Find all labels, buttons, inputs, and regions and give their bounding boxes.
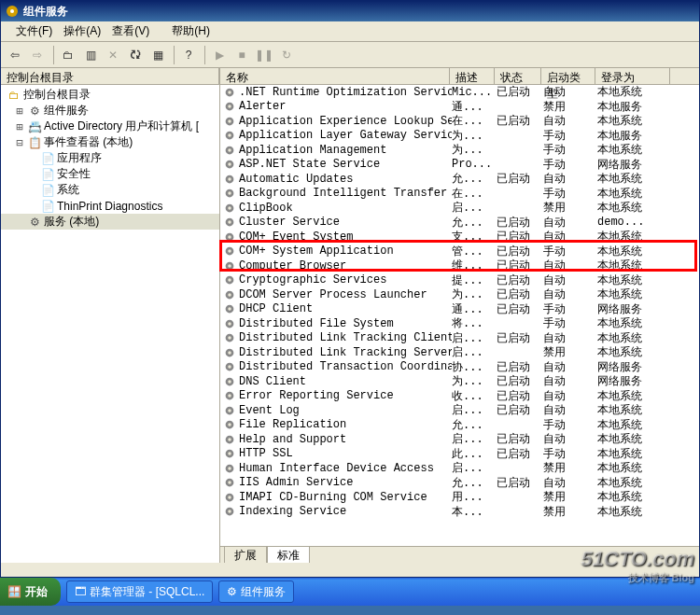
service-row[interactable]: Application Management为...手动本地系统 [220,143,699,158]
service-logon: 网络服务 [597,373,672,389]
svg-point-27 [228,250,231,254]
service-startup: 自动 [543,229,597,245]
service-row[interactable]: Distributed Link Tracking Client启...已启动自… [220,331,699,346]
expand-icon[interactable]: ⊞ [14,120,25,133]
service-name: Cryptographic Services [239,273,452,287]
service-row[interactable]: Distributed Link Tracking Server启...禁用本地… [220,345,699,360]
gear-icon [222,389,237,402]
export-button[interactable]: ▦ [147,45,168,65]
service-row[interactable]: DHCP Client通...已启动手动网络服务 [220,302,699,317]
gear-icon [222,505,237,518]
service-row[interactable]: IIS Admin Service允...已启动自动本地系统 [220,476,699,491]
tree-event-system[interactable]: 📄 系统 [1,182,219,198]
tree-root[interactable]: 🗀 控制台根目录 [1,87,219,103]
tab-extended[interactable]: 扩展 [224,546,267,563]
service-row[interactable]: HTTP SSL此...已启动手动本地系统 [220,447,699,462]
menu-view[interactable]: 查看(V) [112,23,149,39]
service-row[interactable]: DCOM Server Process Launcher为...已启动自动本地系… [220,287,699,302]
service-startup: 手动 [543,142,597,158]
menu-help[interactable]: 帮助(H) [172,23,210,39]
service-row[interactable]: Background Intelligent Transfer Ser...在.… [220,187,699,202]
tree-ad[interactable]: ⊞ 📇 Active Directory 用户和计算机 [ [1,119,219,134]
service-row[interactable]: Computer Browser维...已启动自动本地系统 [220,259,699,273]
service-row[interactable]: File Replication允...手动本地系统 [220,418,699,433]
service-name: IMAPI CD-Burning COM Service [239,491,452,504]
service-row[interactable]: Application Experience Lookup Service在..… [220,114,699,129]
col-desc[interactable]: 描述 [450,68,495,84]
collapse-icon[interactable]: ⊟ [14,136,25,149]
col-startup[interactable]: 启动类型 [541,68,595,84]
col-name[interactable]: 名称 [220,68,450,84]
service-name: COM+ Event System [239,231,452,244]
play-button[interactable]: ▶ [209,45,230,65]
properties-button[interactable]: ▥ [80,45,101,65]
tree-event-security[interactable]: 📄 安全性 [1,166,219,182]
service-row[interactable]: Alerter通...禁用本地服务 [220,100,699,115]
refresh-button[interactable]: 🗘 [125,45,146,65]
service-row[interactable]: Distributed File System将...手动本地系统 [220,316,699,331]
tree-event-apps[interactable]: 📄 应用程序 [1,150,219,166]
service-row[interactable]: ASP.NET State ServicePro...手动网络服务 [220,158,699,173]
taskbar-item-cluster[interactable]: 🗔 群集管理器 - [SQLCL... [66,580,213,603]
col-status[interactable]: 状态 [495,68,541,84]
service-startup: 禁用 [543,489,597,505]
delete-button[interactable]: ✕ [103,45,123,65]
service-name: Application Layer Gateway Service [239,129,452,142]
service-desc: 收... [452,388,497,404]
service-name: Application Management [239,144,452,157]
tab-standard[interactable]: 标准 [267,546,310,563]
service-logon: 本地系统 [597,142,672,158]
service-row[interactable]: COM+ Event System支...已启动自动本地系统 [220,230,699,245]
tree-event-viewer[interactable]: ⊟ 📋 事件查看器 (本地) [1,134,219,150]
svg-point-41 [228,351,231,355]
service-name: Distributed Link Tracking Client [239,331,452,344]
tree-header-label[interactable]: 控制台根目录 [1,68,219,84]
service-row[interactable]: Automatic Updates允...已启动自动本地系统 [220,172,699,187]
service-logon: demo... [597,216,672,229]
service-row[interactable]: Cluster Service允...已启动自动demo... [220,216,699,231]
separator [53,46,54,64]
gear-icon [222,317,237,330]
service-row[interactable]: Application Layer Gateway Service为...手动本… [220,129,699,144]
service-row[interactable]: .NET Runtime Optimization Service v...Mi… [220,85,699,100]
service-row[interactable]: IMAPI CD-Burning COM Service用...禁用本地系统 [220,490,699,505]
service-name: Cluster Service [239,216,452,229]
service-row[interactable]: Indexing Service本...禁用本地系统 [220,505,699,520]
restart-button[interactable]: ↻ [276,45,297,65]
start-button[interactable]: 🪟 开始 [0,578,61,606]
service-desc: 允... [452,171,497,187]
service-startup: 禁用 [543,460,597,476]
menu-file[interactable]: 文件(F) [16,23,52,39]
help-button[interactable]: ? [178,45,199,65]
service-row[interactable]: Error Reporting Service收...已启动自动本地系统 [220,389,699,404]
menu-action[interactable]: 操作(A) [63,23,101,39]
col-logon[interactable]: 登录为 [595,68,670,84]
service-row[interactable]: ClipBook启...禁用本地系统 [220,201,699,216]
service-logon: 本地系统 [597,171,672,187]
service-row[interactable]: Distributed Transaction Coordinator协...已… [220,360,699,375]
pause-button[interactable]: ❚❚ [254,45,274,65]
forward-button[interactable]: ⇨ [27,45,48,65]
service-row[interactable]: COM+ System Application管...已启动手动本地系统 [220,245,699,259]
list-body[interactable]: .NET Runtime Optimization Service v...Mi… [220,85,699,546]
tree-services[interactable]: ⚙ 服务 (本地) [1,214,219,230]
compsvc-icon: ⚙ [227,585,237,598]
svg-point-61 [228,496,231,499]
expand-icon[interactable]: ⊞ [14,105,25,118]
service-row[interactable]: Help and Support启...已启动自动本地系统 [220,432,699,447]
service-row[interactable]: Event Log启...已启动自动本地系统 [220,403,699,418]
back-button[interactable]: ⇦ [5,45,25,65]
titlebar[interactable]: 组件服务 [1,1,699,21]
service-status: 已启动 [497,446,543,462]
tree-comp-svc[interactable]: ⊞ ⚙ 组件服务 [1,103,219,119]
service-row[interactable]: Cryptographic Services提...已启动自动本地系统 [220,273,699,288]
svg-point-7 [228,105,231,109]
service-row[interactable]: Human Interface Device Access启...禁用本地系统 [220,461,699,476]
gear-icon [222,375,237,388]
service-name: Distributed Link Tracking Server [239,346,452,359]
service-row[interactable]: DNS Client为...已启动自动网络服务 [220,374,699,389]
taskbar-item-compsvc[interactable]: ⚙ 组件服务 [218,580,294,603]
tree-event-thinprint[interactable]: 📄 ThinPrint Diagnostics [1,198,219,214]
up-button[interactable]: 🗀 [58,45,78,65]
stop-button[interactable]: ■ [231,45,252,65]
